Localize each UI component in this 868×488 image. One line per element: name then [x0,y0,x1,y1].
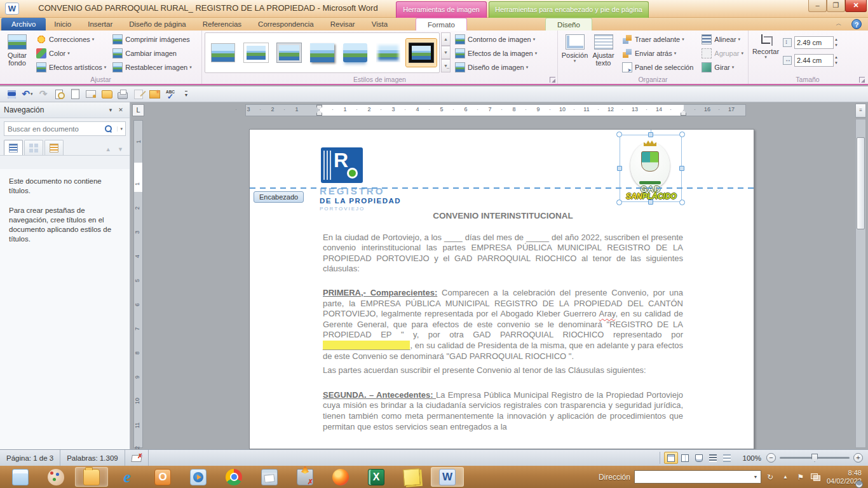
picture-style-white-mat[interactable] [241,39,271,67]
taskbar-app-calculator[interactable] [4,467,37,487]
ribbon-button-efectos-de-la-imagen[interactable]: Efectos de la imagen▾ [453,46,539,60]
taskbar-app-excel[interactable]: X [360,467,393,487]
scrollbar-thumb[interactable] [857,137,865,229]
tab-inicio[interactable]: Inicio [46,18,79,30]
action-center-flag-icon[interactable]: ⚑ [794,473,807,482]
ribbon-button-panel-de-seleccion[interactable]: Panel de selección [620,60,697,74]
tab-insertar[interactable]: Insertar [79,18,121,30]
qat-icon-open[interactable] [99,88,114,100]
restore-button[interactable]: ❐ [827,0,845,12]
vertical-ruler[interactable]: 1 123456789101112 [133,120,143,448]
zoom-slider-thumb[interactable] [811,454,818,462]
view-button-print-layout[interactable] [664,452,678,464]
tab-diseno-encabezado[interactable]: Diseño [545,18,592,31]
gallery-up-icon[interactable]: ▲ [441,32,451,46]
ribbon-button-traer-adelante[interactable]: Traer adelante▾ [620,32,697,46]
resize-handle-s[interactable] [648,200,653,205]
qat-icon-edit[interactable] [131,88,146,100]
shape-width-stepper[interactable]: ▲▼ [783,53,838,68]
ribbon-button-alinear[interactable]: Alinear▾ [700,32,745,46]
width-input[interactable] [794,54,834,67]
recortar-button[interactable]: Recortar ▾ [751,32,780,74]
picture-style-simple-frame[interactable] [208,39,238,67]
qat-icon-new-document[interactable] [67,88,83,100]
ribbon-button-contorno-de-imagen[interactable]: Contorno de imagen▾ [453,32,539,46]
search-icon[interactable] [105,125,112,132]
minimize-button[interactable]: – [808,0,827,12]
search-options-icon[interactable]: ▾ [117,126,125,132]
shape-height-stepper[interactable]: ▲▼ [783,35,838,50]
picture-style-metal-frame[interactable] [274,39,304,67]
proofing-errors-icon[interactable] [125,450,149,466]
resize-handle-e[interactable] [679,166,684,171]
posicion-button[interactable]: Posición ▾ [560,32,589,74]
tab-revisar[interactable]: Revisar [322,18,363,30]
address-dropdown-icon[interactable]: ▼ [750,475,761,479]
close-button[interactable]: ✕ [845,0,867,12]
picture-style-reflection[interactable] [340,39,370,67]
nav-tab-pages[interactable] [24,140,43,155]
resize-handle-n[interactable] [648,132,653,137]
qat-icon-quick-print[interactable] [115,88,130,100]
view-button-full-screen-reading[interactable] [678,452,692,464]
qat-icon-folder-options[interactable] [147,88,162,100]
picture-style-soft-edges[interactable] [373,39,403,67]
gallery-down-icon[interactable]: ▼ [441,46,451,59]
tab-referencias[interactable]: Referencias [194,18,250,30]
tab-stop-selector[interactable]: L [132,104,144,116]
zoom-level[interactable]: 100% [738,454,766,462]
view-button-web-layout[interactable] [692,452,706,464]
ribbon-button-comprimir-imagenes[interactable]: Comprimir imágenes [111,32,193,46]
show-hidden-icons[interactable]: ▲ [779,474,792,480]
address-input[interactable] [635,473,750,481]
height-input[interactable] [794,36,834,49]
picture-style-black-frame[interactable] [406,39,437,67]
zoom-slider[interactable] [780,457,850,459]
qat-icon-more-commands[interactable] [179,88,194,100]
width-spin-arrows[interactable]: ▲▼ [834,55,838,66]
resize-handle-ne[interactable] [679,132,685,137]
horizontal-ruler[interactable]: 321 12345678910111213141617 [245,104,746,116]
document-body-text[interactable]: CONVENIO INTERINSTITUCIONAL En la ciudad… [323,211,683,445]
qat-icon-spelling[interactable]: ABC [163,88,178,100]
network-icon[interactable] [811,473,820,481]
nav-prev-next-icons[interactable]: ▲ ▼ [105,146,126,155]
ribbon-button-cambiar-imagen[interactable]: Cambiar imagen [111,46,193,60]
refresh-icon[interactable]: ↻ [764,473,776,482]
help-icon[interactable]: ? [851,19,862,29]
taskbar-app-chrome[interactable] [217,467,250,487]
taskbar-app-word[interactable]: W [431,467,464,487]
qat-icon-print-preview[interactable] [51,88,67,100]
qat-icon-save[interactable] [4,88,19,100]
zoom-out-icon[interactable]: − [766,453,776,463]
picture-style-drop-shadow[interactable] [307,39,337,67]
taskbar-app-media-player[interactable] [182,467,215,487]
ribbon-button-girar[interactable]: Girar▾ [700,60,745,74]
ribbon-button-color[interactable]: Color▾ [34,46,108,60]
gallery-more-icon[interactable]: ▼̲ [441,59,451,72]
estilos-dialog-launcher-icon[interactable] [550,77,555,83]
tab-formato[interactable]: Formato [416,18,467,31]
scrollbar-track[interactable] [855,119,866,448]
tab-correspondencia[interactable]: Correspondencia [250,18,322,30]
height-spin-arrows[interactable]: ▲▼ [834,37,838,48]
tab-archivo[interactable]: Archivo [1,18,46,30]
nav-tab-headings[interactable] [4,140,23,155]
page-count[interactable]: Página: 1 de 3 [0,450,60,466]
word-app-icon[interactable]: W [5,3,19,15]
qat-icon-attach[interactable] [83,88,98,100]
qat-icon-undo[interactable] [20,88,35,100]
quitar-fondo-button[interactable]: Quitarfondo [3,32,32,74]
document-page[interactable]: Encabezado R REGISTRO DE LA PROPIEDAD PO… [249,129,754,449]
taskbar-app-paint[interactable] [39,467,72,487]
registro-propiedad-logo[interactable]: R REGISTRO DE LA PROPIEDAD PORTOVIEJO [320,147,447,212]
ribbon-button-enviar-atras[interactable]: Enviar atrás▾ [620,46,697,60]
view-button-outline[interactable] [706,452,720,464]
taskbar-app-sticky-notes[interactable] [395,467,428,487]
search-input[interactable] [4,125,105,133]
tab-vista[interactable]: Vista [363,18,396,30]
view-button-draft[interactable] [720,452,734,464]
taskbar-app-fax-scan[interactable] [253,467,286,487]
qat-icon-redo[interactable] [36,88,51,100]
nav-tab-results[interactable] [44,140,64,155]
